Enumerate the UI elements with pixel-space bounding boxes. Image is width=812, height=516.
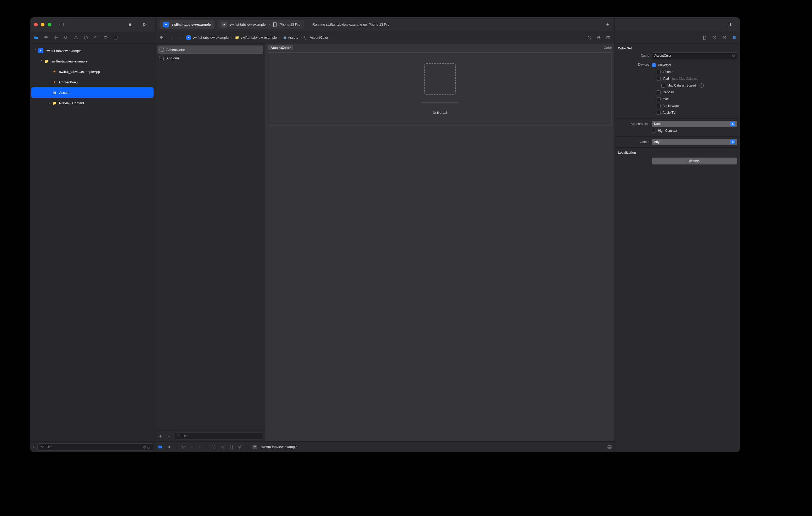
debug-navigator-tab[interactable] (92, 34, 99, 41)
attributes-inspector-tab[interactable] (732, 35, 737, 40)
recent-filter-icon[interactable]: ◷ (143, 445, 146, 449)
run-button[interactable] (141, 20, 149, 29)
process-icon: ✶ (253, 445, 257, 449)
svg-point-9 (55, 36, 56, 37)
crumb-target[interactable]: swiftui-tabview-example (241, 35, 277, 39)
test-navigator-tab[interactable] (82, 34, 89, 41)
disclosure-triangle-icon[interactable]: ˅ (39, 59, 44, 63)
name-value: AccentColor (654, 54, 671, 58)
scm-filter-icon[interactable]: ▢ (147, 445, 150, 449)
process-name[interactable]: swiftui-tabview-example (261, 445, 297, 449)
svg-point-34 (734, 37, 735, 38)
tree-file-assets[interactable]: ▦ Assets (31, 87, 153, 98)
clear-icon[interactable]: ⊖ (732, 54, 735, 58)
localize-button[interactable]: Localize... (652, 158, 737, 164)
crumb-item[interactable]: AccentColor (310, 35, 328, 39)
new-tab-button[interactable]: ＋ (605, 21, 610, 28)
gamut-select[interactable]: Any ⇅ (652, 139, 737, 145)
issue-navigator-tab[interactable] (72, 34, 80, 41)
symbol-navigator-tab[interactable] (52, 34, 60, 41)
disclosure-triangle-icon[interactable]: › (47, 101, 51, 105)
svg-point-12 (64, 36, 67, 38)
svg-point-24 (598, 37, 598, 38)
project-navigator-tab[interactable] (32, 34, 40, 41)
filter-icon: ☰ (177, 434, 180, 438)
debug-view-hierarchy-button[interactable] (212, 445, 216, 449)
find-navigator-tab[interactable] (62, 34, 69, 41)
nav-forward-button[interactable]: › (177, 34, 184, 41)
disclosure-triangle-icon[interactable]: ˅ (33, 49, 38, 53)
device-mac-checkbox[interactable]: Mac (652, 96, 737, 102)
name-input[interactable]: AccentColor ⊖ (652, 52, 737, 59)
filter-placeholder: Filter (46, 445, 53, 449)
tree-label: swiftui-tabview-example (51, 59, 87, 63)
scheme-selector[interactable]: ✶ swiftui-tabview-example › iPhone 13 Pr… (218, 20, 304, 29)
step-over-button[interactable] (181, 445, 186, 449)
device-tv-checkbox[interactable]: Apple TV (652, 109, 737, 116)
project-tree[interactable]: ˅ ✶ swiftui-tabview-example ˅ 📁 swiftui-… (30, 43, 155, 441)
destination-selector[interactable]: iPhone 13 Pro (273, 22, 300, 27)
high-contrast-checkbox[interactable]: High Contrast (652, 127, 677, 134)
device-carplay-checkbox[interactable]: CarPlay (652, 89, 737, 96)
device-watch-checkbox[interactable]: Apple Watch (652, 102, 737, 109)
zoom-window-button[interactable] (48, 23, 51, 26)
minimize-window-button[interactable] (41, 23, 45, 26)
history-inspector-tab[interactable] (712, 35, 717, 40)
stop-button[interactable] (126, 20, 134, 29)
library-button[interactable] (726, 20, 734, 29)
svg-rect-0 (60, 23, 64, 26)
canvas-title: AccentColor (268, 45, 293, 50)
adjust-editor-options-button[interactable] (595, 34, 603, 41)
toggle-debug-area-button[interactable] (607, 445, 612, 449)
info-icon[interactable]: i (699, 83, 704, 88)
remove-asset-button[interactable]: － (166, 433, 172, 439)
source-control-navigator-tab[interactable] (42, 34, 50, 41)
device-mac-catalyst-scaled-checkbox[interactable]: Mac Catalyst Scaledi (652, 82, 737, 89)
gamut-label: Gamut (618, 140, 649, 144)
tree-project-root[interactable]: ˅ ✶ swiftui-tabview-example (31, 45, 153, 56)
tree-file-contentview[interactable]: ✦ ContentView (31, 77, 153, 87)
crumb-project[interactable]: swiftui-tabview-example (193, 35, 229, 39)
active-tab[interactable]: ✶ swiftui-tabview-example (160, 20, 214, 29)
help-inspector-tab[interactable] (722, 35, 727, 40)
toggle-left-sidebar-button[interactable] (58, 20, 66, 29)
asset-row-accentcolor[interactable]: AccentColor (157, 45, 263, 54)
step-into-button[interactable] (190, 445, 194, 449)
appearances-select[interactable]: None ⇅ (652, 121, 737, 127)
asset-row-appicon[interactable]: AppIcon (157, 54, 263, 62)
svg-line-46 (222, 446, 224, 447)
step-out-button[interactable] (198, 445, 202, 449)
project-navigator: ˅ ✶ swiftui-tabview-example ˅ 📁 swiftui-… (30, 43, 155, 452)
tree-folder-preview[interactable]: › 📁 Preview Content (31, 98, 153, 108)
pause-continue-button[interactable] (167, 445, 171, 449)
nav-back-button[interactable]: ‹ (167, 34, 175, 41)
tree-target-folder[interactable]: ˅ 📁 swiftui-tabview-example (31, 56, 153, 66)
related-items-button[interactable] (158, 34, 165, 41)
simulate-location-button[interactable] (237, 445, 242, 449)
device-iphone-checkbox[interactable]: iPhone (652, 68, 737, 75)
debug-memory-graph-button[interactable] (221, 445, 225, 449)
titlebar: ✶ swiftui-tabview-example ✶ swiftui-tabv… (30, 17, 740, 32)
tree-file-app[interactable]: ✦ swiftui_tabvi…exampleApp (31, 66, 153, 77)
device-ipad-checkbox[interactable]: iPad(and Mac Catalyst) (652, 75, 737, 82)
refresh-diff-button[interactable] (586, 34, 593, 41)
close-window-button[interactable] (34, 23, 38, 26)
breadcrumb[interactable]: ✶ swiftui-tabview-example › 📁 swiftui-ta… (186, 35, 328, 40)
add-editor-button[interactable] (605, 34, 612, 41)
report-navigator-tab[interactable] (112, 34, 119, 41)
asset-filter-input[interactable]: ☰ Filter (174, 432, 263, 440)
device-universal-checkbox[interactable]: Universal (652, 62, 737, 68)
jump-bar: ‹ › ✶ swiftui-tabview-example › 📁 swiftu… (155, 32, 615, 43)
toggle-breakpoints-button[interactable] (158, 445, 163, 449)
add-asset-button[interactable]: ＋ (157, 433, 163, 439)
add-file-button[interactable]: ＋ (32, 445, 35, 449)
navigator-filter-input[interactable]: ⌥ Filter ◷ ▢ (37, 443, 153, 451)
breakpoint-navigator-tab[interactable] (102, 34, 109, 41)
environment-overrides-button[interactable] (229, 445, 233, 449)
svg-point-25 (599, 37, 600, 38)
asset-canvas: AccentColor Color Universal (265, 43, 614, 441)
project-icon: ✶ (163, 22, 169, 27)
crumb-assets[interactable]: Assets (288, 35, 298, 39)
color-well-universal[interactable] (424, 63, 456, 95)
file-inspector-tab[interactable] (702, 35, 707, 40)
